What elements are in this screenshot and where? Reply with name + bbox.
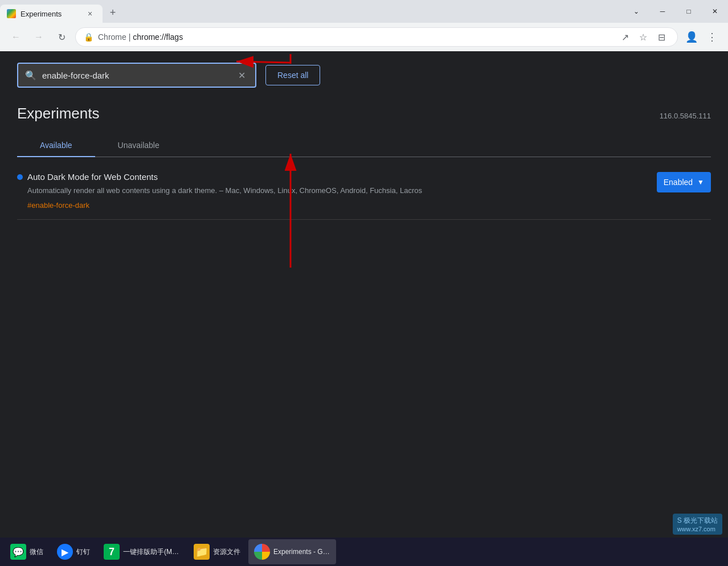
main-content: 🔍 ✕ Reset all Experiments 116.0.5845.111… xyxy=(0,51,728,538)
taskbar-item-myeditor[interactable]: 7 一键排版助手(MyE... xyxy=(98,539,186,564)
tab-favicon xyxy=(7,9,16,18)
back-button[interactable]: ← xyxy=(7,28,25,46)
flag-description: Automatically render all web contents us… xyxy=(27,185,645,196)
taskbar-wechat-label: 微信 xyxy=(30,547,43,557)
maximize-button[interactable]: □ xyxy=(676,0,702,23)
search-icon: 🔍 xyxy=(25,70,36,81)
menu-icon: ⋮ xyxy=(707,31,717,43)
close-window-button[interactable]: ✕ xyxy=(702,0,728,23)
taskbar-item-wechat[interactable]: 💬 微信 xyxy=(5,539,49,564)
search-clear-button[interactable]: ✕ xyxy=(235,68,248,82)
files-icon: 📁 xyxy=(194,544,210,560)
watermark-line1: S 极光下载站 xyxy=(677,516,718,526)
taskbar-item-dingding[interactable]: ▶ 钉钉 xyxy=(51,539,96,564)
taskbar-item-chrome[interactable]: Experiments - Go... xyxy=(248,539,336,564)
address-actions: ↗ ☆ ⊟ xyxy=(617,29,669,45)
search-bar[interactable]: 🔍 ✕ xyxy=(17,63,256,88)
wechat-icon: 💬 xyxy=(10,544,26,560)
reload-icon: ↻ xyxy=(58,32,66,43)
reload-button[interactable]: ↻ xyxy=(52,28,71,46)
myeditor-icon: 7 xyxy=(104,544,120,560)
experiments-header: Experiments 116.0.5845.111 xyxy=(17,105,711,122)
flag-dropdown-button[interactable]: Enabled ▼ xyxy=(657,172,711,192)
taskbar-chrome-label: Experiments - Go... xyxy=(273,548,330,556)
wechat-icon-symbol: 💬 xyxy=(13,547,24,557)
maximize-icon: □ xyxy=(686,7,690,15)
site-security-icon: 🔒 xyxy=(84,32,93,42)
chevron-down-button[interactable]: ⌄ xyxy=(623,0,649,23)
files-icon-symbol: 📁 xyxy=(195,546,208,558)
dingding-icon-symbol: ▶ xyxy=(62,547,68,557)
toolbar-right: 👤 ⋮ xyxy=(682,28,721,46)
site-name: Chrome xyxy=(98,32,126,42)
forward-button[interactable]: → xyxy=(30,28,48,46)
minimize-icon: ─ xyxy=(660,7,665,15)
flag-indicator-dot xyxy=(17,174,23,180)
clear-icon: ✕ xyxy=(238,70,246,81)
dropdown-arrow-icon: ▼ xyxy=(697,178,704,186)
reset-all-button[interactable]: Reset all xyxy=(265,65,320,85)
url-text: chrome://flags xyxy=(133,32,183,42)
flag-item: Auto Dark Mode for Web Contents Automati… xyxy=(17,163,711,220)
watermark: S 极光下载站 www.xz7.com xyxy=(673,514,722,535)
search-input[interactable] xyxy=(42,71,229,80)
taskbar-dingding-label: 钉钉 xyxy=(76,547,90,557)
version-text: 116.0.5845.111 xyxy=(660,112,711,120)
forward-icon: → xyxy=(34,32,43,42)
flag-status-text: Enabled xyxy=(664,178,693,187)
taskbar-files-label: 资源文件 xyxy=(213,547,240,557)
bookmark-icon[interactable]: ☆ xyxy=(635,29,651,45)
profile-button[interactable]: 👤 xyxy=(682,28,701,46)
search-bar-row: 🔍 ✕ Reset all xyxy=(17,63,711,88)
tabs-container: Available Unavailable xyxy=(17,134,711,157)
address-text: Chrome | chrome://flags xyxy=(98,32,612,42)
titlebar: Experiments × + ⌄ ─ □ ✕ xyxy=(0,0,728,23)
chrome-icon xyxy=(254,544,270,560)
tab-close-button[interactable]: × xyxy=(84,8,96,19)
tab-bar: Experiments × + xyxy=(0,0,121,23)
split-tab-icon[interactable]: ⊟ xyxy=(653,29,669,45)
active-tab[interactable]: Experiments × xyxy=(0,5,103,23)
back-icon: ← xyxy=(11,32,21,42)
share-icon[interactable]: ↗ xyxy=(617,29,633,45)
address-bar-container[interactable]: 🔒 Chrome | chrome://flags ↗ ☆ ⊟ xyxy=(75,27,678,47)
tab-available[interactable]: Available xyxy=(17,134,95,157)
dingding-icon: ▶ xyxy=(57,544,73,560)
titlebar-controls: ⌄ ─ □ ✕ xyxy=(623,0,728,23)
taskbar: 💬 微信 ▶ 钉钉 7 一键排版助手(MyE... 📁 资源文件 Experim… xyxy=(0,538,728,566)
flag-link[interactable]: #enable-force-dark xyxy=(27,201,89,210)
menu-button[interactable]: ⋮ xyxy=(703,28,721,46)
flag-list: Auto Dark Mode for Web Contents Automati… xyxy=(17,157,711,220)
minimize-button[interactable]: ─ xyxy=(649,0,676,23)
tab-unavailable[interactable]: Unavailable xyxy=(95,134,182,157)
addressbar: ← → ↻ 🔒 Chrome | chrome://flags ↗ ☆ ⊟ 👤 xyxy=(0,23,728,51)
page-title: Experiments xyxy=(17,105,100,122)
flag-name: Auto Dark Mode for Web Contents xyxy=(27,172,158,182)
flag-title-row: Auto Dark Mode for Web Contents xyxy=(17,172,645,182)
new-tab-button[interactable]: + xyxy=(105,5,121,20)
taskbar-myeditor-label: 一键排版助手(MyE... xyxy=(123,547,180,557)
close-window-icon: ✕ xyxy=(712,7,718,15)
tab-title: Experiments xyxy=(21,10,80,18)
profile-icon: 👤 xyxy=(685,31,698,43)
chevron-down-icon: ⌄ xyxy=(633,7,639,15)
taskbar-item-files[interactable]: 📁 资源文件 xyxy=(188,539,246,564)
flag-info: Auto Dark Mode for Web Contents Automati… xyxy=(17,172,657,210)
watermark-line2: www.xz7.com xyxy=(677,526,718,532)
